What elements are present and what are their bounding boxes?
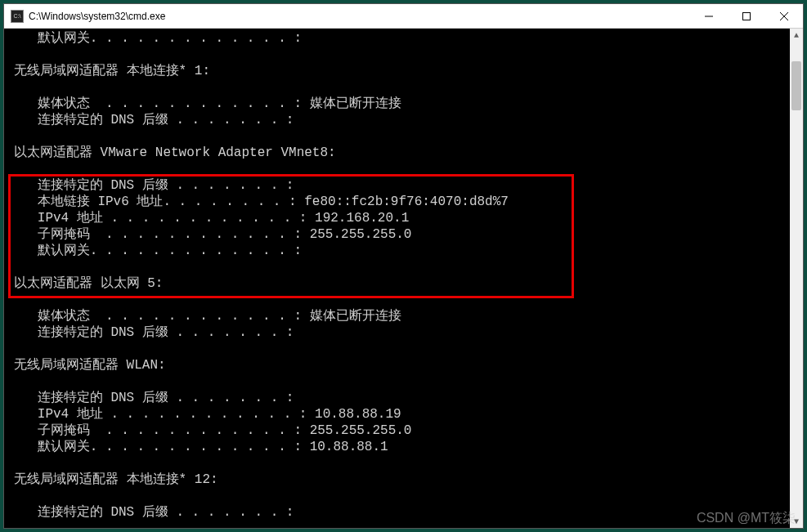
scroll-thumb[interactable] (791, 61, 801, 110)
terminal-output: 默认网关. . . . . . . . . . . . . : 无线局域网适配器… (4, 29, 803, 528)
maximize-icon (742, 12, 751, 20)
scroll-down-icon[interactable]: ▼ (790, 515, 803, 528)
minimize-button[interactable] (690, 4, 728, 28)
cmd-icon: C:\ (11, 10, 24, 23)
close-button[interactable] (765, 4, 803, 28)
window-controls (690, 4, 803, 28)
titlebar[interactable]: C:\ C:\Windows\system32\cmd.exe (4, 4, 803, 29)
scrollbar[interactable]: ▲ ▼ (790, 29, 803, 528)
minimize-icon (705, 12, 713, 20)
maximize-button[interactable] (728, 4, 765, 28)
scroll-up-icon[interactable]: ▲ (790, 29, 803, 42)
svg-rect-1 (743, 12, 751, 20)
terminal-area[interactable]: 默认网关. . . . . . . . . . . . . : 无线局域网适配器… (4, 29, 803, 528)
close-icon (780, 12, 788, 20)
window-title: C:\Windows\system32\cmd.exe (29, 11, 690, 22)
cmd-window: C:\ C:\Windows\system32\cmd.exe 默认网关. . … (3, 3, 804, 529)
